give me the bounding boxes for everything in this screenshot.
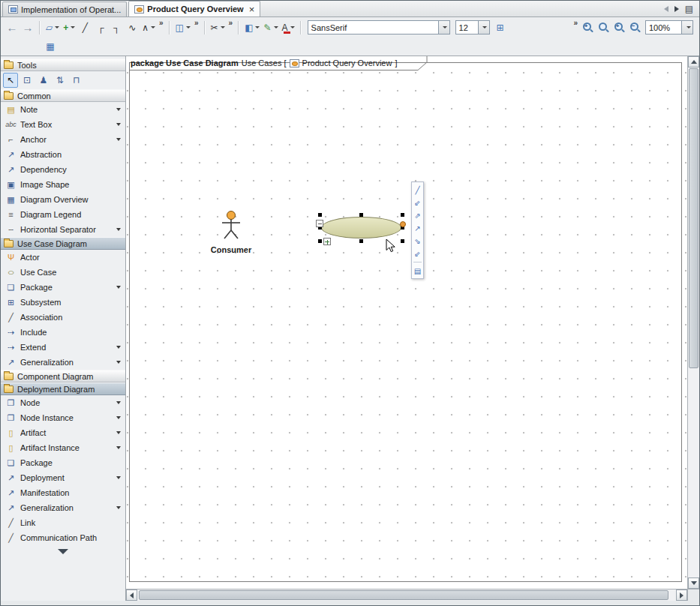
chevron-down-icon[interactable] (116, 446, 121, 449)
diagram-frame-header[interactable]: package Use Case Diagram Use Cases [ Pro… (126, 56, 426, 70)
tab-implementation-of-operations[interactable]: Implementation of Operat... (2, 2, 127, 16)
palette-section-deployment-diagram[interactable]: Deployment Diagram (1, 382, 125, 395)
vertical-scrollbar[interactable] (687, 56, 699, 589)
chevron-down-icon[interactable] (116, 431, 121, 434)
palette-section-component-diagram[interactable]: Component Diagram (1, 370, 125, 382)
chevron-down-icon[interactable] (116, 138, 121, 141)
specification-button[interactable]: ▤ (413, 266, 422, 276)
edit-name-icon[interactable] (316, 220, 323, 227)
add-extension-point-icon[interactable] (323, 238, 331, 245)
sidebar-item-abstraction[interactable]: ↗Abstraction (1, 147, 125, 162)
dropdown-caret-icon[interactable] (186, 26, 191, 28)
overflow-button[interactable]: » (227, 19, 235, 27)
shape-tool-button[interactable]: ▱ (44, 20, 61, 36)
sidebar-item-actor[interactable]: ΨActor (1, 250, 125, 265)
scroll-left-button[interactable] (126, 590, 137, 601)
font-size-combo[interactable]: 12 (455, 20, 490, 34)
sidebar-item-communication-path[interactable]: ╱Communication Path (1, 530, 125, 545)
scroll-right-button[interactable] (676, 590, 687, 601)
zigzag-path-button[interactable]: ∧ (140, 20, 157, 36)
sidebar-item-generalization[interactable]: ↗Generalization (1, 355, 125, 370)
selection-handle[interactable] (401, 239, 404, 243)
sidebar-item-package[interactable]: ❏Package (1, 280, 125, 295)
close-tab-icon[interactable]: × (249, 4, 255, 14)
dropdown-caret-icon[interactable] (221, 26, 225, 28)
dropdown-caret-icon[interactable] (71, 26, 75, 28)
tab-product-query-overview[interactable]: Product Query Overview × (128, 1, 260, 16)
palette-scroll-down-button[interactable] (1, 545, 125, 554)
scroll-up-button[interactable] (688, 56, 699, 68)
cut-button[interactable]: ✂ (209, 20, 227, 36)
sidebar-item-anchor[interactable]: ⌐Anchor (1, 132, 125, 147)
forward-button[interactable]: → (20, 20, 35, 36)
swimlane-button[interactable]: ◫ (174, 20, 192, 36)
sidebar-item-artifact-instance[interactable]: ▯Artifact Instance (1, 440, 125, 455)
dropdown-caret-icon[interactable] (290, 26, 295, 28)
add-element-button[interactable]: + (62, 20, 77, 36)
dropdown-caret-icon[interactable] (55, 26, 59, 28)
sidebar-item-horizontal-separator[interactable]: ┄Horizontal Separator (1, 222, 125, 237)
combo-arrow-button[interactable] (438, 21, 449, 34)
selection-handle[interactable] (359, 213, 363, 217)
sidebar-item-deployment[interactable]: ↗Deployment (1, 470, 125, 485)
curve-path-button[interactable]: ∿ (125, 20, 140, 36)
grid-tool-button[interactable]: ▦ (43, 38, 58, 55)
link-handle-icon[interactable] (400, 221, 406, 227)
sidebar-item-use-case[interactable]: ○Use Case (1, 265, 125, 280)
selection-handle[interactable] (318, 213, 322, 217)
selection-handle[interactable] (318, 239, 322, 243)
oblique-path-button[interactable]: ╱ (77, 20, 92, 36)
scroll-down-button[interactable] (688, 578, 699, 589)
back-button[interactable]: ← (5, 20, 20, 36)
sidebar-item-association[interactable]: ╱Association (1, 310, 125, 325)
fit-in-window-button[interactable] (596, 20, 611, 36)
sidebar-item-generalization-deployment[interactable]: ↗Generalization (1, 500, 125, 515)
zoom-combo[interactable]: 100% (645, 20, 693, 34)
sidebar-item-diagram-overview[interactable]: ▦Diagram Overview (1, 192, 125, 207)
dependency-button[interactable]: ⇙ (413, 248, 422, 259)
sidebar-item-link[interactable]: ╱Link (1, 515, 125, 530)
chevron-down-icon[interactable] (116, 286, 121, 289)
sidebar-item-node-instance[interactable]: ❐Node Instance (1, 410, 125, 425)
sticky-tool-button[interactable]: ♟ (36, 73, 51, 88)
include-button[interactable]: ⇗ (413, 210, 422, 220)
dropdown-caret-icon[interactable] (274, 26, 278, 28)
overflow-button[interactable]: » (158, 19, 165, 27)
horizontal-scrollbar-thumb[interactable] (139, 590, 668, 600)
chevron-down-icon[interactable] (116, 123, 121, 126)
sidebar-item-extend[interactable]: ⇢Extend (1, 340, 125, 355)
chevron-down-icon[interactable] (116, 416, 121, 419)
align-tool-button[interactable]: ⇅ (53, 73, 68, 88)
dropdown-caret-icon[interactable] (151, 26, 155, 28)
font-color-button[interactable]: A (281, 20, 296, 36)
sidebar-item-subsystem[interactable]: ⊞Subsystem (1, 295, 125, 310)
sidebar-item-diagram-legend[interactable]: ≡Diagram Legend (1, 207, 125, 222)
sidebar-item-artifact[interactable]: ▯Artifact (1, 425, 125, 440)
chevron-down-icon[interactable] (116, 401, 121, 404)
generalization-button[interactable]: ⇘ (413, 236, 422, 246)
chevron-down-icon[interactable] (116, 476, 121, 479)
line-color-button[interactable]: ✎ (262, 20, 279, 36)
copy-format-button[interactable]: ⊞ (493, 20, 508, 36)
palette-section-common[interactable]: Common (1, 89, 125, 102)
selection-handle[interactable] (401, 213, 404, 217)
chevron-down-icon[interactable] (116, 361, 121, 364)
sidebar-item-text-box[interactable]: abcText Box (1, 117, 125, 132)
selection-handle[interactable] (359, 239, 363, 243)
overflow-button[interactable]: » (572, 19, 579, 27)
next-tab-icon[interactable] (674, 6, 679, 12)
zoom-in-button[interactable]: + (611, 20, 626, 36)
chevron-down-icon[interactable] (116, 506, 121, 509)
sidebar-item-package-deployment[interactable]: ❏Package (1, 455, 125, 470)
directed-association-button[interactable]: ⇙ (413, 197, 422, 208)
horizontal-scrollbar[interactable] (126, 589, 687, 601)
sidebar-item-note[interactable]: ▤Note (1, 102, 125, 117)
sidebar-item-dependency[interactable]: ↗Dependency (1, 162, 125, 177)
combo-arrow-button[interactable] (478, 21, 489, 34)
sidebar-item-manifestation[interactable]: ↗Manifestation (1, 485, 125, 500)
extend-button[interactable]: ↗ (413, 223, 422, 233)
palette-section-use-case-diagram[interactable]: Use Case Diagram (1, 237, 125, 250)
chevron-down-icon[interactable] (116, 228, 121, 231)
rectilinear-path-button[interactable]: ┌ (93, 20, 108, 36)
sidebar-item-include[interactable]: ⇢Include (1, 325, 125, 340)
